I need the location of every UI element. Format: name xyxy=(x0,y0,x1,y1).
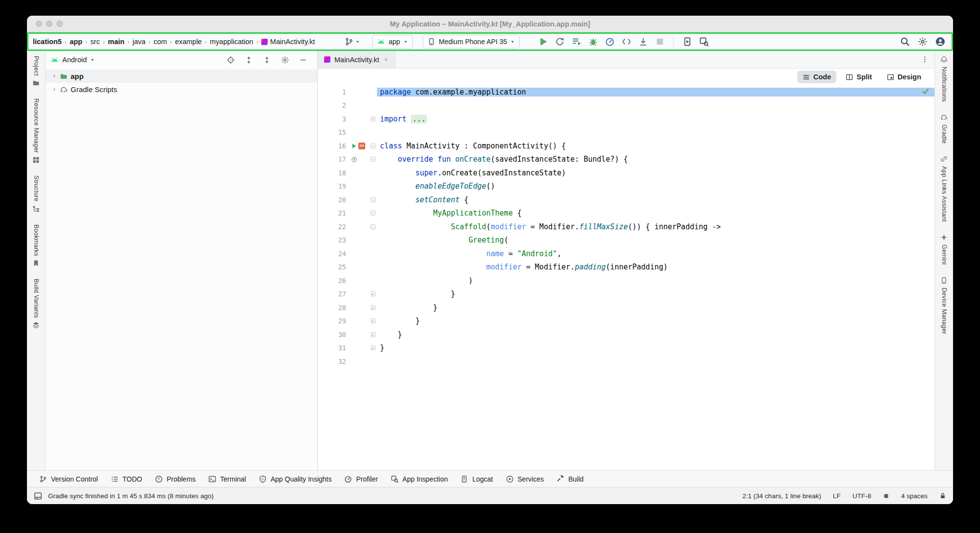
expand-all-button[interactable] xyxy=(245,56,253,64)
tool-stripe-device-manager[interactable]: Device Manager xyxy=(940,277,948,334)
code-line-20[interactable]: 20 − setContent { xyxy=(318,193,934,207)
view-mode-design[interactable]: Design xyxy=(881,71,927,83)
code-line-29[interactable]: 29 ▴ } xyxy=(318,315,934,328)
tool-button-todo[interactable]: TODO xyxy=(104,471,149,487)
code-line-3[interactable]: 3 + import ... xyxy=(318,112,934,126)
code-line-32[interactable]: 32 xyxy=(318,355,934,368)
running-devices-button[interactable] xyxy=(680,35,694,48)
tool-window-layout-icon[interactable] xyxy=(34,492,42,500)
tool-button-version-control[interactable]: Version Control xyxy=(33,471,104,487)
view-mode-split[interactable]: Split xyxy=(840,71,877,83)
fold-collapse-icon[interactable]: − xyxy=(371,211,376,216)
zoom-window-button[interactable] xyxy=(56,21,63,27)
code-line-26[interactable]: 26 ) xyxy=(318,274,934,288)
caret-position[interactable]: 2:1 (34 chars, 1 line break) xyxy=(742,492,821,500)
tool-stripe-resource-manager[interactable]: Resource Manager xyxy=(32,98,40,164)
code-line-31[interactable]: 31 ▴ } xyxy=(318,341,934,355)
inspection-status-icon[interactable] xyxy=(922,87,930,95)
select-opened-file-button[interactable] xyxy=(226,56,235,64)
fold-collapse-icon[interactable]: − xyxy=(371,197,376,202)
tool-stripe-gradle[interactable]: Gradle xyxy=(940,114,948,144)
tool-button-problems[interactable]: Problems xyxy=(149,471,202,487)
search-everywhere-button[interactable] xyxy=(898,35,911,48)
vcs-widget[interactable] xyxy=(342,36,362,48)
breadcrumb-item-myapplication[interactable]: myapplication xyxy=(209,38,254,46)
panel-settings-button[interactable] xyxy=(281,56,289,64)
tool-stripe-app-links-assistant[interactable]: App Links Assistant xyxy=(940,155,948,222)
override-gutter-icon[interactable] xyxy=(351,156,357,163)
tool-button-app-inspection[interactable]: App Inspection xyxy=(384,471,454,487)
tool-stripe-project[interactable]: Project xyxy=(32,56,40,87)
tool-stripe-bookmarks[interactable]: Bookmarks xyxy=(32,224,40,267)
profile-avatar[interactable] xyxy=(933,35,947,48)
close-window-button[interactable] xyxy=(36,21,42,27)
indent-style[interactable]: 4 spaces xyxy=(901,492,928,500)
code-line-2[interactable]: 2 xyxy=(318,99,934,113)
code-line-15[interactable]: 15 xyxy=(318,126,934,140)
settings-button[interactable] xyxy=(916,35,929,48)
tool-button-terminal[interactable]: Terminal xyxy=(202,471,252,487)
breadcrumb-item-app[interactable]: app xyxy=(69,38,83,46)
code-line-17[interactable]: 17 − override fun onCreate(savedInstance… xyxy=(318,153,934,167)
tool-button-services[interactable]: Services xyxy=(500,471,551,487)
chevron-right-icon[interactable] xyxy=(51,73,57,79)
tool-button-build[interactable]: Build xyxy=(550,471,590,487)
editor-tab[interactable]: MainActivity.kt xyxy=(318,51,396,68)
tool-stripe-structure[interactable]: Structure xyxy=(32,175,40,212)
breadcrumb-item-src[interactable]: src xyxy=(90,38,100,46)
tool-stripe-gemini[interactable]: Gemini xyxy=(940,234,948,265)
apply-code-changes-button[interactable] xyxy=(620,35,633,48)
compose-gutter-icon[interactable]: <> xyxy=(358,143,365,149)
minimize-window-button[interactable] xyxy=(46,21,52,27)
tool-button-app-quality-insights[interactable]: App Quality Insights xyxy=(252,471,338,487)
indicator-icon[interactable] xyxy=(883,493,889,499)
breadcrumb-item-lication5[interactable]: lication5 xyxy=(32,38,62,46)
project-view-selector[interactable]: Android xyxy=(50,56,95,64)
debug-button[interactable] xyxy=(586,35,600,48)
profi_ler-button[interactable] xyxy=(603,35,616,48)
tool-button-logcat[interactable]: Logcat xyxy=(454,471,499,487)
stop-button[interactable] xyxy=(653,35,666,48)
code-editor[interactable]: 1 package com.example.myapplication 2 3 … xyxy=(318,85,934,470)
fold-expand-icon[interactable]: + xyxy=(371,117,376,121)
breadcrumb-item-mainactivity-kt[interactable]: MainActivity.kt xyxy=(261,38,316,46)
attach-debugger-button[interactable] xyxy=(636,35,650,48)
fold-collapse-icon[interactable]: − xyxy=(371,224,376,229)
editor-options-icon[interactable] xyxy=(921,56,929,63)
tree-item-gradle-scripts[interactable]: Gradle Scripts xyxy=(46,83,317,96)
code-line-25[interactable]: 25 modifier = Modifier.padding(innerPadd… xyxy=(318,261,934,274)
code-line-19[interactable]: 19 enableEdgeToEdge() xyxy=(318,180,934,194)
status-message[interactable]: Gradle sync finished in 1 m 45 s 834 ms … xyxy=(48,492,214,500)
code-line-1[interactable]: 1 package com.example.myapplication xyxy=(318,85,934,99)
run-menu-button[interactable] xyxy=(570,35,583,48)
code-line-28[interactable]: 28 ▴ } xyxy=(318,301,934,315)
apply-changes-button[interactable] xyxy=(553,35,566,48)
code-line-24[interactable]: 24 name = "Android", xyxy=(318,247,934,261)
code-line-21[interactable]: 21 − MyApplicationTheme { xyxy=(318,207,934,220)
readonly-lock-icon[interactable] xyxy=(939,492,946,499)
breadcrumb-item-com[interactable]: com xyxy=(153,38,167,46)
tool-button-profiler[interactable]: Profiler xyxy=(338,471,384,487)
tool-stripe-build-variants[interactable]: Build Variants xyxy=(32,279,40,329)
code-line-22[interactable]: 22 − Scaffold(modifier = Modifier.fillMa… xyxy=(318,220,934,234)
chevron-right-icon[interactable] xyxy=(51,87,57,92)
view-mode-code[interactable]: Code xyxy=(797,71,836,83)
tree-item-app[interactable]: app xyxy=(46,70,317,83)
line-separator[interactable]: LF xyxy=(833,492,841,500)
device-select[interactable]: Medium Phone API 35 xyxy=(423,35,520,48)
code-line-27[interactable]: 27 ▴ } xyxy=(318,288,934,301)
hide-panel-button[interactable] xyxy=(299,56,307,64)
code-line-16[interactable]: 16 <> − class MainActivity : ComponentAc… xyxy=(318,139,934,153)
file-encoding[interactable]: UTF-8 xyxy=(853,492,871,500)
run-config-select[interactable]: app xyxy=(372,35,413,48)
breadcrumb-item-example[interactable]: example xyxy=(175,38,202,46)
code-line-23[interactable]: 23 Greeting( xyxy=(318,234,934,247)
close-tab-icon[interactable] xyxy=(383,57,389,62)
collapse-all-button[interactable] xyxy=(263,56,271,64)
tool-stripe-notifications[interactable]: Notifications xyxy=(940,56,948,102)
fold-collapse-icon[interactable]: − xyxy=(371,157,376,162)
breadcrumb-item-java[interactable]: java xyxy=(132,38,146,46)
run-gutter-icon[interactable] xyxy=(351,143,357,149)
code-line-18[interactable]: 18 super.onCreate(savedInstanceState) xyxy=(318,166,934,180)
breadcrumb-item-main[interactable]: main xyxy=(107,38,125,46)
